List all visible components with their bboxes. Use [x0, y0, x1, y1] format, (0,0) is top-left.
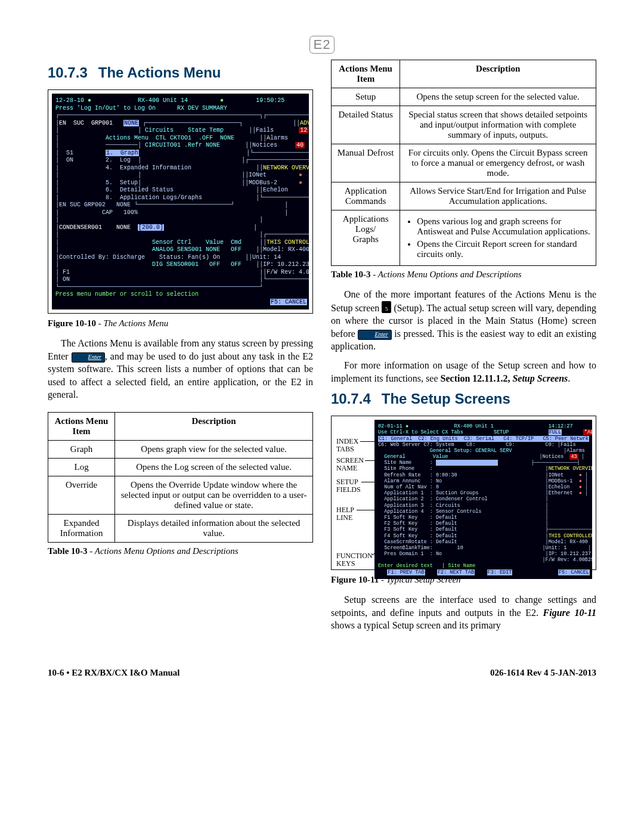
table-row: Log Opens the Log screen of the selected… [48, 458, 313, 476]
key-5-icon: %5 [382, 301, 391, 313]
section-title: The Actions Menu [98, 64, 221, 80]
e2-logo: E2 [309, 36, 335, 54]
right-column: Actions Menu Item Description Setup Open… [331, 60, 596, 638]
figure-text: - The Actions Menu [96, 318, 168, 328]
section-10-7-3-heading: 10.7.3The Actions Menu [48, 64, 313, 81]
list-item: Opens the Circuit Report screen for stan… [417, 239, 591, 259]
table-row: Detailed Status Special status screen th… [332, 106, 596, 144]
section-number: 10.7.4 [331, 391, 371, 407]
table-text: - Actions Menu Options and Descriptions [371, 270, 522, 279]
page-footer: 10-6 • E2 RX/BX/CX I&O Manual 026-1614 R… [48, 668, 596, 678]
table-row: Manual Defrost For circuits only. Opens … [332, 144, 596, 182]
cross-reference: Section 12.11.1.2, [441, 373, 510, 383]
table-row: Override Opens the Override Update windo… [48, 476, 313, 514]
annotation-function-keys: FUNCTION KEYS [336, 552, 373, 568]
body-paragraph-4: Setup screens are the interface used to … [331, 593, 596, 632]
table-row: Expanded Information Displays detailed i… [48, 514, 313, 542]
table-10-3-caption-right: Table 10-3 - Actions Menu Options and De… [331, 270, 596, 280]
actions-menu-table-right: Actions Menu Item Description Setup Open… [331, 60, 596, 266]
table-row: Setup Opens the setup screen for the sel… [332, 88, 596, 106]
page: E2 10.7.3The Actions Menu 12-28-10 ● RX-… [0, 0, 644, 702]
annotated-setup-screen: INDEX TABS SCREEN NAME SETUP FIELDS HELP… [335, 420, 592, 566]
figure-10-10-caption: Figure 10-10 - The Actions Menu [48, 318, 313, 329]
figure-label: Figure 10-10 [48, 318, 96, 328]
two-column-layout: 10.7.3The Actions Menu 12-28-10 ● RX-400… [48, 60, 596, 638]
table-10-3-caption-left: Table 10-3 - Actions Menu Options and De… [48, 546, 313, 556]
figure-label: Figure 10-11 [331, 575, 379, 584]
enter-key-icon: Enter [72, 352, 105, 363]
body-paragraph-2: One of the more important features of th… [331, 288, 596, 353]
figure-reference: Figure 10-11 [543, 608, 596, 618]
annotation-screen-name: SCREEN NAME [336, 457, 364, 472]
enter-key-icon: Enter [358, 330, 391, 340]
terminal-screenshot-setup: 02-01-11 ● RX-400 Unit 1 14:12:27 Use Ct… [374, 420, 592, 579]
header-logo-row: E2 [48, 36, 596, 54]
body-paragraph-3: For more information on usage of the Set… [331, 359, 596, 385]
figure-10-10-box: 12-28-10 ● RX-400 Unit 14 ● 19:50:25 Pre… [48, 89, 313, 314]
section-number: 10.7.3 [48, 64, 88, 80]
cross-reference: Setup Screens [512, 373, 568, 383]
body-paragraph-1: The Actions Menu is available from any s… [48, 337, 313, 401]
actions-menu-table-left: Actions Menu Item Description Graph Open… [48, 412, 313, 543]
table-row: Application Commands Allows Service Star… [332, 182, 596, 210]
left-column: 10.7.3The Actions Menu 12-28-10 ● RX-400… [48, 60, 313, 638]
section-10-7-4-heading: 10.7.4The Setup Screens [331, 391, 596, 407]
section-title: The Setup Screens [382, 391, 510, 407]
footer-left: 10-6 • E2 RX/BX/CX I&O Manual [48, 668, 180, 678]
bullet-list: Opens various log and graph screens for … [405, 216, 591, 259]
table-label: Table 10-3 [331, 270, 371, 279]
list-item: Opens various log and graph screens for … [417, 216, 591, 237]
annotation-index-tabs: INDEX TABS [336, 438, 358, 453]
th-item: Actions Menu Item [48, 412, 115, 440]
table-label: Table 10-3 [48, 546, 88, 556]
th-desc: Description [115, 412, 313, 440]
th-item: Actions Menu Item [332, 60, 400, 88]
annotation-help-line: HELP LINE [336, 506, 354, 522]
annotation-setup-fields: SETUP FIELDS [336, 478, 361, 494]
table-text: - Actions Menu Options and Descriptions [88, 546, 239, 556]
terminal-screenshot-actions-menu: 12-28-10 ● RX-400 Unit 14 ● 19:50:25 Pre… [52, 94, 309, 309]
table-row: Graph Opens graph view for the selected … [48, 440, 313, 458]
table-row: Applications Logs/ Graphs Opens various … [332, 210, 596, 266]
th-desc: Description [400, 60, 596, 88]
figure-10-11-box: INDEX TABS SCREEN NAME SETUP FIELDS HELP… [331, 416, 596, 570]
footer-right: 026-1614 Rev 4 5-JAN-2013 [490, 668, 596, 678]
